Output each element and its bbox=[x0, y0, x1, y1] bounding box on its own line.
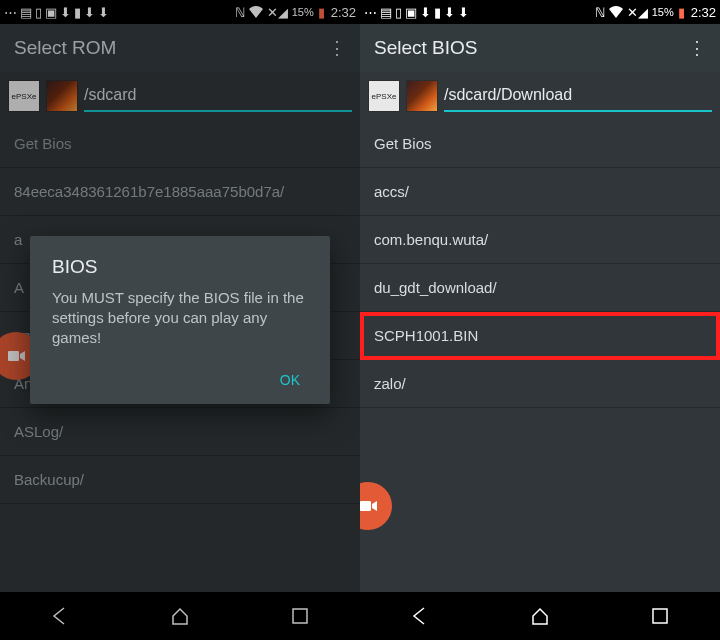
battery-save-icon: ▯ bbox=[395, 6, 402, 19]
no-signal-icon: ✕◢ bbox=[627, 6, 648, 19]
thumbnail-a[interactable]: ePSXe bbox=[368, 80, 400, 112]
dialog-ok-button[interactable]: OK bbox=[272, 366, 308, 394]
path-input[interactable]: /sdcard/Download bbox=[444, 86, 712, 112]
dialog-body: You MUST specify the BIOS file in the se… bbox=[52, 288, 308, 349]
thumbnail-b[interactable] bbox=[406, 80, 438, 112]
bios-dialog: BIOS You MUST specify the BIOS file in t… bbox=[30, 236, 330, 405]
clock: 2:32 bbox=[691, 5, 716, 20]
list-item[interactable]: du_gdt_download/ bbox=[360, 264, 720, 312]
list-header[interactable]: Get Bios bbox=[360, 120, 720, 168]
phone-left: ⋯ ▤ ▯ ▣ ⬇ ▮ ⬇ ⬇ ℕ ✕◢ 15% ▮ 2:32 Selec bbox=[0, 0, 360, 640]
list-item-highlighted[interactable]: SCPH1001.BIN bbox=[360, 312, 720, 360]
list-item[interactable]: com.benqu.wuta/ bbox=[360, 216, 720, 264]
nav-bar bbox=[360, 592, 720, 640]
nfc-icon: ℕ bbox=[595, 6, 605, 19]
list-item-empty bbox=[360, 456, 720, 504]
svg-rect-2 bbox=[653, 609, 667, 623]
download-icon: ⬇ bbox=[420, 6, 431, 19]
path-row: ePSXe /sdcard/Download bbox=[360, 72, 720, 120]
storage-icon: ▤ bbox=[380, 6, 392, 19]
svg-rect-3 bbox=[360, 501, 371, 511]
download-icon: ⬇ bbox=[444, 6, 455, 19]
back-icon[interactable] bbox=[409, 605, 431, 627]
dialog-backdrop: BIOS You MUST specify the BIOS file in t… bbox=[0, 0, 360, 640]
page-title: Select BIOS bbox=[374, 37, 478, 59]
file-list: Get Bios accs/ com.benqu.wuta/ du_gdt_do… bbox=[360, 120, 720, 592]
overflow-menu-icon[interactable]: ⋮ bbox=[688, 37, 706, 59]
recents-icon[interactable] bbox=[649, 605, 671, 627]
app-bar: Select BIOS ⋮ bbox=[360, 24, 720, 72]
battery-text: 15% bbox=[652, 6, 674, 18]
status-bar: ⋯ ▤ ▯ ▣ ⬇ ▮ ⬇ ⬇ ℕ ✕◢ 15% ▮ 2:32 bbox=[360, 0, 720, 24]
video-icon: ▮ bbox=[434, 6, 441, 19]
list-item[interactable]: accs/ bbox=[360, 168, 720, 216]
wifi-icon bbox=[609, 6, 623, 18]
more-icon: ⋯ bbox=[364, 6, 377, 19]
dialog-title: BIOS bbox=[52, 256, 308, 278]
battery-icon: ▮ bbox=[678, 6, 685, 19]
list-item-empty bbox=[360, 408, 720, 456]
download-icon: ⬇ bbox=[458, 6, 469, 19]
list-item[interactable]: zalo/ bbox=[360, 360, 720, 408]
image-icon: ▣ bbox=[405, 6, 417, 19]
home-icon[interactable] bbox=[529, 605, 551, 627]
phone-right: ⋯ ▤ ▯ ▣ ⬇ ▮ ⬇ ⬇ ℕ ✕◢ 15% ▮ 2:32 Selec bbox=[360, 0, 720, 640]
